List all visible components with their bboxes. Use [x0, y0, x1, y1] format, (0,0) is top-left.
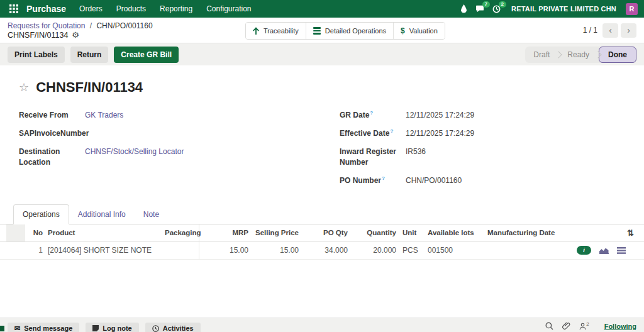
activities-button[interactable]: Activities: [145, 323, 201, 332]
receive-from-label: Receive From: [19, 110, 85, 120]
clock-icon: [152, 325, 159, 332]
print-labels-button[interactable]: Print Labels: [8, 47, 65, 63]
effective-date-value[interactable]: 12/11/2025 17:24:29: [406, 128, 474, 138]
cell-po-qty[interactable]: 34.000: [299, 246, 348, 255]
header-quantity[interactable]: Quantity: [348, 229, 396, 236]
header-no[interactable]: No: [25, 229, 43, 236]
pager-prev-icon[interactable]: ‹: [602, 23, 618, 38]
po-number-label: PO Number?: [340, 175, 406, 185]
breadcrumb: Requests for Quotation / CHN/PO/001160 C…: [8, 21, 153, 40]
destination-location-label: Destination Location: [19, 147, 85, 167]
cell-no: 1: [25, 246, 43, 255]
header-mrp[interactable]: MRP: [199, 229, 248, 236]
row-handle: [6, 242, 25, 259]
messages-badge: 7: [482, 1, 490, 8]
table-header-row: No Product Packaging MRP Selling Price P…: [0, 224, 644, 242]
header-selling-price[interactable]: Selling Price: [248, 229, 299, 236]
area-chart-icon[interactable]: [599, 247, 609, 254]
corner-accent: [0, 326, 4, 331]
cell-available-lots[interactable]: 001500: [425, 246, 484, 255]
breadcrumb-requests-for-quotation[interactable]: Requests for Quotation: [8, 21, 85, 30]
tab-note[interactable]: Note: [135, 205, 168, 224]
search-icon[interactable]: [545, 322, 553, 330]
favorite-star-icon[interactable]: ☆: [19, 82, 29, 93]
pager-count: 1 / 1: [583, 26, 597, 35]
optional-columns-icon[interactable]: ⇅: [627, 228, 634, 238]
header-packaging[interactable]: Packaging: [165, 224, 199, 241]
header-product[interactable]: Product: [43, 229, 165, 236]
return-button[interactable]: Return: [70, 47, 109, 63]
cell-mrp[interactable]: 15.00: [199, 246, 248, 255]
header-unit[interactable]: Unit: [396, 229, 425, 236]
status-step-done[interactable]: Done: [599, 47, 636, 63]
followers-count: 2: [586, 321, 589, 327]
gr-date-label: GR Date?: [340, 110, 406, 120]
envelope-icon: ✉: [14, 324, 20, 332]
po-number-value[interactable]: CHN/PO/001160: [406, 175, 462, 185]
header-manufacturing-date[interactable]: Manufacturing Date: [484, 229, 569, 236]
apps-grid-icon[interactable]: [6, 4, 21, 13]
pager: 1 / 1 ‹ ›: [583, 23, 636, 38]
table-row[interactable]: 1 [2014064] SHORT SIZE NOTE 15.00 15.00 …: [0, 242, 644, 260]
traceability-button[interactable]: Traceability: [246, 23, 306, 39]
inward-register-number-value[interactable]: IR536: [406, 147, 426, 167]
destination-location-value[interactable]: CHNSF/Stock/Selling Locator: [85, 147, 184, 167]
droplet-icon[interactable]: [460, 4, 467, 13]
log-note-label: Log note: [103, 324, 131, 332]
cell-unit[interactable]: PCS: [396, 246, 425, 255]
header-available-lots[interactable]: Available lots: [425, 229, 484, 236]
menu-reporting[interactable]: Reporting: [153, 4, 199, 13]
activities-badge: 2: [499, 1, 506, 8]
followers-icon[interactable]: 2: [579, 323, 589, 330]
cell-product[interactable]: [2014064] SHORT SIZE NOTE: [43, 246, 165, 255]
valuation-label: Valuation: [409, 27, 438, 35]
gr-date-value[interactable]: 12/11/2025 17:24:29: [406, 110, 474, 120]
arrow-up-icon: [253, 27, 259, 35]
top-nav-bar: Purchase Orders Products Reporting Confi…: [0, 0, 644, 18]
dollar-icon: $: [401, 26, 405, 35]
detailed-operations-label: Detailed Operations: [325, 27, 386, 35]
note-icon: [92, 325, 99, 331]
app-name[interactable]: Purchase: [26, 4, 66, 14]
page-title: CHNSF/IN/01134: [36, 79, 143, 96]
attachment-paperclip-icon[interactable]: [562, 322, 570, 330]
menu-configuration[interactable]: Configuration: [199, 4, 258, 13]
company-name[interactable]: RETAIL PRIVATE LIMITED CHN: [511, 5, 616, 13]
log-note-button[interactable]: Log note: [86, 323, 138, 332]
activities-clock-icon[interactable]: 2: [492, 5, 501, 13]
smart-button-group: Traceability Detailed Operations $ Valua…: [245, 22, 445, 40]
messages-icon[interactable]: 7: [475, 5, 484, 13]
user-avatar[interactable]: R: [626, 3, 638, 15]
field-effective-date: Effective Date? 12/11/2025 17:24:29: [340, 128, 644, 138]
create-gr-bill-button[interactable]: Create GR Bill: [114, 47, 179, 63]
operations-table: No Product Packaging MRP Selling Price P…: [0, 224, 644, 260]
pager-next-icon[interactable]: ›: [621, 23, 636, 38]
traceability-label: Traceability: [264, 27, 299, 35]
status-step-draft[interactable]: Draft: [525, 47, 558, 63]
cell-quantity[interactable]: 20.000: [348, 246, 396, 255]
detailed-list-icon[interactable]: [617, 247, 626, 254]
tab-additional-info[interactable]: Additional Info: [69, 205, 135, 224]
following-button[interactable]: Following: [604, 323, 636, 330]
chatter-bar: ✉ Send message Log note Activities 2 Fol…: [0, 318, 644, 332]
tab-operations[interactable]: Operations: [13, 204, 69, 224]
cell-packaging[interactable]: [165, 242, 199, 259]
send-message-button[interactable]: ✉ Send message: [8, 323, 79, 332]
detailed-operations-button[interactable]: Detailed Operations: [306, 23, 393, 39]
field-inward-register-number: Inward Register Number IR536: [340, 147, 644, 167]
gear-icon[interactable]: ⚙: [72, 31, 79, 39]
status-step-ready[interactable]: Ready: [559, 47, 597, 63]
cell-selling-price[interactable]: 15.00: [248, 246, 299, 255]
lot-info-badge-icon[interactable]: i: [577, 246, 591, 255]
field-sap-invoice-number: SAPInvoiceNumber: [19, 128, 322, 138]
field-receive-from: Receive From GK Traders: [19, 110, 322, 120]
effective-date-label: Effective Date?: [340, 128, 406, 138]
status-action-row: Print Labels Return Create GR Bill Draft…: [0, 43, 644, 65]
menu-orders[interactable]: Orders: [72, 4, 109, 13]
sap-invoice-number-label: SAPInvoiceNumber: [19, 128, 85, 138]
valuation-button[interactable]: $ Valuation: [393, 23, 445, 39]
receive-from-value[interactable]: GK Traders: [85, 110, 123, 120]
breadcrumb-po[interactable]: CHN/PO/001160: [96, 21, 152, 30]
menu-products[interactable]: Products: [109, 4, 153, 13]
header-po-qty[interactable]: PO Qty: [299, 229, 348, 236]
